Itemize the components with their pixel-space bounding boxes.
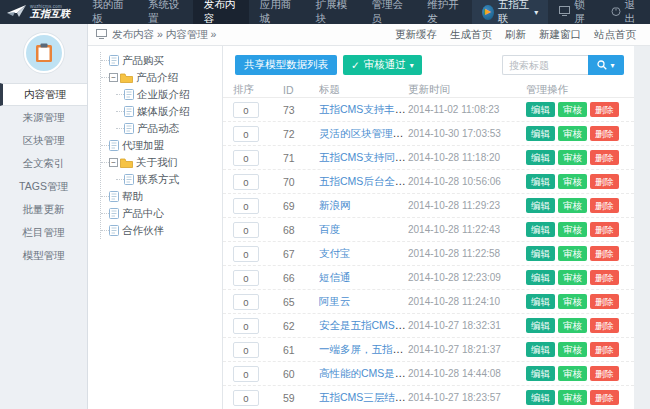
brand-logo[interactable]: wuzhicms.com 五指互联 (0, 0, 81, 24)
sort-order-input[interactable]: 0 (233, 198, 259, 214)
delete-button[interactable]: 删除 (590, 102, 619, 117)
article-title-link[interactable]: 阿里云 (319, 295, 351, 307)
edit-button[interactable]: 编辑 (526, 390, 555, 405)
delete-button[interactable]: 删除 (590, 150, 619, 165)
audit-button[interactable]: 审核 (558, 294, 587, 309)
edit-button[interactable]: 编辑 (526, 294, 555, 309)
edit-button[interactable]: 编辑 (526, 102, 555, 117)
sidebar-item[interactable]: 模型管理 (0, 244, 87, 267)
sidebar-item[interactable]: 批量更新 (0, 198, 87, 221)
approve-button[interactable]: ✓ 审核通过 ▾ (343, 55, 422, 75)
logout-button[interactable]: 退出 (600, 0, 650, 24)
article-title-link[interactable]: 五指CMS三层结构的精细化分权设计 (319, 391, 408, 403)
search-input[interactable] (502, 55, 588, 75)
audit-button[interactable]: 审核 (558, 246, 587, 261)
audit-button[interactable]: 审核 (558, 318, 587, 333)
sort-order-input[interactable]: 0 (233, 102, 259, 118)
tree-node[interactable]: − 产品动态 (116, 120, 220, 137)
sidebar-item[interactable]: TAGS管理 (0, 175, 87, 198)
edit-button[interactable]: 编辑 (526, 270, 555, 285)
sort-order-input[interactable]: 0 (233, 318, 259, 334)
tree-node[interactable]: − 合作伙伴 (101, 222, 220, 239)
edit-button[interactable]: 编辑 (526, 126, 555, 141)
delete-button[interactable]: 删除 (590, 294, 619, 309)
search-button[interactable]: ▾ (588, 55, 624, 75)
tree-node[interactable]: − 产品中心 (101, 205, 220, 222)
topnav-item[interactable]: 管理会员 (360, 0, 416, 24)
sidebar-item[interactable]: 全文索引 (0, 152, 87, 175)
topnav-item[interactable]: 扩展模块 (305, 0, 361, 24)
page-action-link[interactable]: 站点首页 (594, 28, 636, 42)
edit-button[interactable]: 编辑 (526, 222, 555, 237)
edit-button[interactable]: 编辑 (526, 198, 555, 213)
topnav-item[interactable]: 系统设置 (137, 0, 193, 24)
sort-order-input[interactable]: 0 (233, 174, 259, 190)
audit-button[interactable]: 审核 (558, 390, 587, 405)
page-action-link[interactable]: 生成首页 (450, 28, 492, 42)
audit-button[interactable]: 审核 (558, 126, 587, 141)
tree-node[interactable]: − 代理加盟 (101, 137, 220, 154)
audit-button[interactable]: 审核 (558, 198, 587, 213)
sort-order-input[interactable]: 0 (233, 270, 259, 286)
edit-button[interactable]: 编辑 (526, 246, 555, 261)
collapse-toggle-icon[interactable]: − (109, 158, 118, 167)
topnav-item[interactable]: 我的面板 (81, 0, 137, 24)
article-title-link[interactable]: 安全是五指CMS的根本需求 (319, 319, 408, 331)
topnav-item[interactable]: 发布内容 (193, 0, 249, 24)
sort-order-input[interactable]: 0 (233, 150, 259, 166)
edit-button[interactable]: 编辑 (526, 318, 555, 333)
article-title-link[interactable]: 百度 (319, 223, 340, 235)
sort-order-input[interactable]: 0 (233, 366, 259, 382)
delete-button[interactable]: 删除 (590, 270, 619, 285)
delete-button[interactable]: 删除 (590, 174, 619, 189)
page-action-link[interactable]: 刷新 (505, 28, 526, 42)
article-title-link[interactable]: 新浪网 (319, 199, 351, 211)
sort-order-input[interactable]: 0 (233, 294, 259, 310)
tree-node[interactable]: − 产品购买 (101, 52, 220, 69)
topnav-item[interactable]: 维护开发 (416, 0, 472, 24)
audit-button[interactable]: 审核 (558, 342, 587, 357)
topnav-item[interactable]: 应用商城 (249, 0, 305, 24)
article-title-link[interactable]: 灵活的区块管理，信息展示信手拈来 (319, 127, 408, 139)
sort-order-input[interactable]: 0 (233, 222, 259, 238)
audit-button[interactable]: 审核 (558, 174, 587, 189)
article-title-link[interactable]: 支付宝 (319, 247, 351, 259)
article-title-link[interactable]: 五指CMS支持同一栏目下可用多个模型 (319, 151, 408, 163)
tree-node[interactable]: − 产品介绍 (101, 69, 220, 86)
article-title-link[interactable]: 五指CMS支持丰富的支付接口，支付宝接口优先体验 (319, 103, 408, 115)
delete-button[interactable]: 删除 (590, 366, 619, 381)
tree-node[interactable]: − 关于我们 (101, 154, 220, 171)
sidebar-item[interactable]: 区块管理 (0, 129, 87, 152)
page-action-link[interactable]: 更新缓存 (395, 28, 437, 42)
sort-order-input[interactable]: 0 (233, 390, 259, 406)
tree-node[interactable]: − 联系方式 (116, 171, 220, 188)
edit-button[interactable]: 编辑 (526, 150, 555, 165)
article-title-link[interactable]: 五指CMS后台全新设计，使用更流畅 (319, 175, 408, 187)
delete-button[interactable]: 删除 (590, 222, 619, 237)
edit-button[interactable]: 编辑 (526, 174, 555, 189)
tree-node[interactable]: − 帮助 (101, 188, 220, 205)
tree-node[interactable]: − 企业版介绍 (116, 86, 220, 103)
sort-order-input[interactable]: 0 (233, 342, 259, 358)
audit-button[interactable]: 审核 (558, 366, 587, 381)
audit-button[interactable]: 审核 (558, 150, 587, 165)
audit-button[interactable]: 审核 (558, 102, 587, 117)
sidebar-item[interactable]: 来源管理 (0, 106, 87, 129)
article-title-link[interactable]: 短信通 (319, 271, 351, 283)
audit-button[interactable]: 审核 (558, 222, 587, 237)
audit-button[interactable]: 审核 (558, 270, 587, 285)
delete-button[interactable]: 删除 (590, 342, 619, 357)
delete-button[interactable]: 删除 (590, 126, 619, 141)
lock-screen-button[interactable]: 锁屏 (548, 0, 599, 24)
delete-button[interactable]: 删除 (590, 390, 619, 405)
sort-order-input[interactable]: 0 (233, 246, 259, 262)
article-title-link[interactable]: 高性能的CMS是怎样炼成的 (319, 367, 408, 379)
collapse-toggle-icon[interactable]: − (109, 73, 118, 82)
sort-order-input[interactable]: 0 (233, 126, 259, 142)
sidebar-item[interactable]: 内容管理 (0, 83, 87, 106)
delete-button[interactable]: 删除 (590, 198, 619, 213)
delete-button[interactable]: 删除 (590, 318, 619, 333)
tree-node[interactable]: − 媒体版介绍 (116, 103, 220, 120)
article-title-link[interactable]: 一端多屏，五指CMS支持多终端浏览 (319, 343, 408, 355)
sidebar-item[interactable]: 栏目管理 (0, 221, 87, 244)
